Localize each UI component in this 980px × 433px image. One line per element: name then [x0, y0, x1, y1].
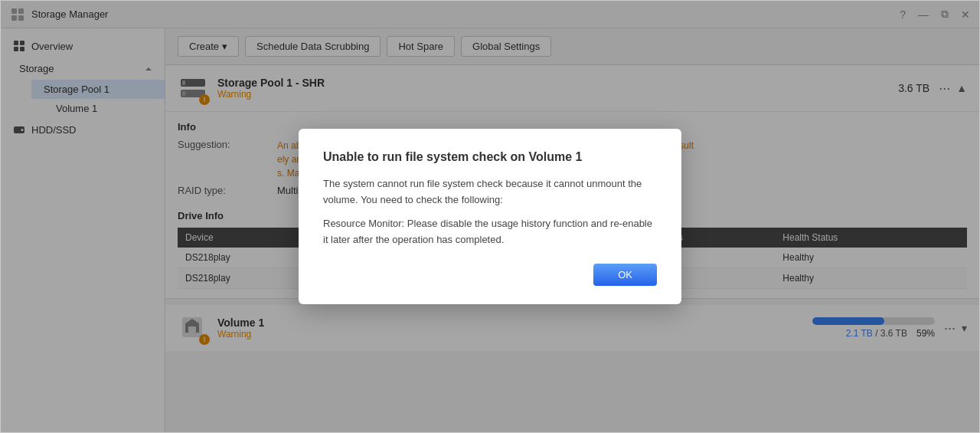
- modal-overlay: Unable to run file system check on Volum…: [1, 1, 979, 432]
- modal-title: Unable to run file system check on Volum…: [323, 150, 657, 164]
- modal-ok-button[interactable]: OK: [593, 264, 657, 286]
- modal-dialog: Unable to run file system check on Volum…: [299, 129, 681, 303]
- modal-footer: OK: [323, 264, 657, 286]
- modal-body-text-1: The system cannot run file system check …: [323, 176, 657, 208]
- modal-body: The system cannot run file system check …: [323, 176, 657, 248]
- modal-body-text-2: Resource Monitor: Please disable the usa…: [323, 216, 657, 248]
